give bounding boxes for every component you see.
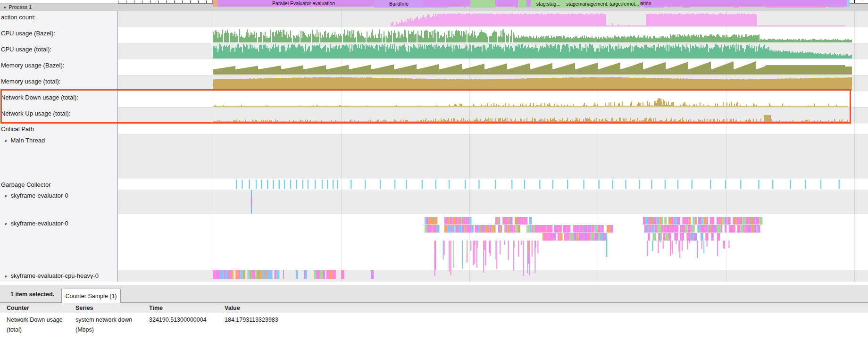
track-label-text: CPU usage (total): xyxy=(1,46,51,53)
table-col-header-series[interactable]: Series xyxy=(75,305,93,311)
sidebar-track-network-up-usage-total: Network Up usage (total): xyxy=(1,110,70,117)
sidebar-track-main-thread[interactable]: ▾Main Thread xyxy=(5,137,45,144)
chevron-down-icon: ▾ xyxy=(5,274,7,279)
track-label-text: Main Thread xyxy=(11,137,45,144)
sidebar-track-memory-usage-bazel: Memory usage (Bazel): xyxy=(1,62,64,69)
track-label-text: Network Up usage (total): xyxy=(1,110,70,117)
track-label-text: Critical Path xyxy=(1,125,34,133)
sidebar-track-skyframe-evaluator-cpu-heavy-0[interactable]: ▾skyframe-evaluator-cpu-heavy-0 xyxy=(5,272,99,279)
chevron-down-icon: ▾ xyxy=(5,222,7,226)
table-cell[interactable]: 324190.51300000004 xyxy=(149,315,207,325)
track-label-text: skyframe-evaluator-0 xyxy=(11,220,68,227)
table-cell[interactable]: system network down(Mbps) xyxy=(75,315,132,335)
table-cell-line: system network down xyxy=(75,315,132,325)
table-col-header-counter[interactable]: Counter xyxy=(7,305,29,311)
table-header-row: CounterSeriesTimeValue xyxy=(0,303,868,313)
details-panel: 1 item selected. Counter Sample (1) Coun… xyxy=(0,282,868,350)
table-cell-line: 324190.51300000004 xyxy=(149,315,207,325)
evaluator2-row1-slice[interactable]: stag:stag... xyxy=(531,0,566,8)
sidebar-track-critical-path: Critical Path xyxy=(1,125,34,133)
table-cell-line: (total) xyxy=(7,325,63,335)
evaluator2-row1-slice[interactable] xyxy=(470,0,495,8)
sidebar-track-cpu-usage-total: CPU usage (total): xyxy=(1,46,51,53)
evaluator2-row3-slice[interactable]: BuildInfo xyxy=(374,0,424,8)
details-tab-bar: 1 item selected. Counter Sample (1) xyxy=(0,285,868,303)
table-cell-line: 184.1793113323983 xyxy=(225,315,278,325)
sidebar-track-garbage-collector: Garbage Collector xyxy=(1,181,51,188)
selection-status: 1 item selected. xyxy=(10,291,54,298)
trace-viewer: ▾Process 1 action 'Creatin...action 'Gen… xyxy=(0,0,868,350)
track-label-text: action count: xyxy=(1,14,36,21)
track-label-text: Memory usage (Bazel): xyxy=(1,62,64,69)
table-cell-line: (Mbps) xyxy=(75,325,132,335)
tab-counter-sample[interactable]: Counter Sample (1) xyxy=(61,289,121,303)
table-cell-line: Network Down usage xyxy=(7,315,63,325)
track-label-text: Garbage Collector xyxy=(1,181,51,188)
evaluator2-row2-slice[interactable] xyxy=(518,0,526,8)
chevron-down-icon: ▾ xyxy=(5,139,7,143)
main-thread-row2-slice[interactable] xyxy=(847,0,850,7)
table-col-header-time[interactable]: Time xyxy=(149,305,163,311)
sidebar-track-memory-usage-total: Memory usage (total): xyxy=(1,78,60,85)
evaluator2-row1-slice[interactable]: stagemanagement.stag... xyxy=(566,0,609,8)
table-col-header-value[interactable]: Value xyxy=(225,305,240,311)
evaluator2-row1-slice[interactable]: targe.remot... xyxy=(609,0,640,8)
sidebar-track-action-count: action count: xyxy=(1,14,36,21)
track-label-text: Network Down usage (total): xyxy=(1,94,78,101)
track-label-text: CPU usage (Bazel): xyxy=(1,30,55,37)
track-label-text: Memory usage (total): xyxy=(1,78,60,85)
main-thread-row3-slice[interactable] xyxy=(213,0,217,7)
track-label-text: skyframe-evaluator-0 xyxy=(11,192,68,199)
sidebar-track-network-down-usage-total: Network Down usage (total): xyxy=(1,94,78,101)
sidebar-track-cpu-usage-bazel: CPU usage (Bazel): xyxy=(1,30,55,37)
sidebar-track-skyframe-evaluator-0[interactable]: ▾skyframe-evaluator-0 xyxy=(5,192,68,199)
track-label-text: skyframe-evaluator-cpu-heavy-0 xyxy=(11,272,99,279)
main-thread-row5-slice[interactable]: Parallel Evaluator evaluation xyxy=(217,0,390,7)
sidebar-track-skyframe-evaluator-0[interactable]: ▾skyframe-evaluator-0 xyxy=(5,220,68,227)
table-cell[interactable]: Network Down usage(total) xyxy=(7,315,63,335)
table-cell[interactable]: 184.1793113323983 xyxy=(225,315,278,325)
chevron-down-icon: ▾ xyxy=(5,194,7,199)
